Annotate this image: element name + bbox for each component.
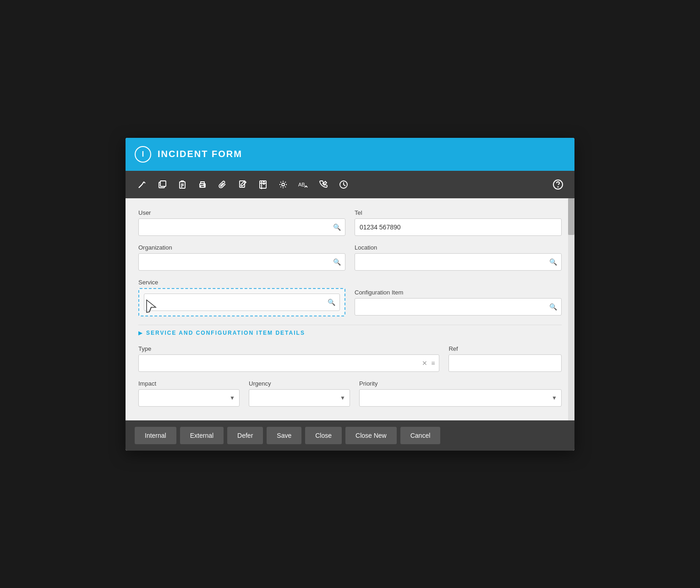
config-item-group: Configuration Item 🔍	[355, 289, 562, 316]
header-icon: I	[135, 146, 151, 163]
svg-text:AB: AB	[298, 182, 305, 187]
internal-button[interactable]: Internal	[135, 427, 176, 444]
service-config-section[interactable]: ▶ SERVICE AND CONFIGURATION ITEM DETAILS	[138, 325, 562, 341]
pin-icon[interactable]	[133, 175, 151, 194]
svg-line-5	[142, 182, 144, 185]
service-input[interactable]	[144, 294, 340, 311]
scrollbar-thumb[interactable]	[568, 198, 574, 235]
priority-group: Priority ▼	[359, 380, 562, 407]
tel-input[interactable]	[355, 218, 562, 236]
phone-edit-icon[interactable]	[314, 175, 333, 194]
external-button[interactable]: External	[180, 427, 224, 444]
tel-group: Tel	[355, 209, 562, 236]
section-arrow-icon: ▶	[138, 330, 142, 336]
service-label: Service	[138, 279, 345, 286]
priority-select[interactable]	[359, 389, 562, 407]
tel-input-wrap	[355, 218, 562, 236]
ref-input[interactable]	[448, 354, 562, 372]
impact-select[interactable]	[138, 389, 240, 407]
document-edit-icon[interactable]	[234, 175, 252, 194]
modal-header: I INCIDENT FORM	[126, 138, 574, 171]
impact-group: Impact ▼	[138, 380, 240, 407]
type-group: Type ✕ ≡	[138, 345, 439, 372]
svg-rect-13	[201, 185, 204, 187]
type-clear-icon[interactable]: ✕	[422, 359, 427, 367]
urgency-select-wrap: ▼	[249, 389, 350, 407]
scrollbar-track[interactable]	[568, 198, 574, 420]
form-body: User 🔍 Tel Organization 🔍	[126, 198, 574, 420]
service-dashed-area: 🔍	[138, 288, 345, 316]
ref-label: Ref	[448, 345, 562, 352]
urgency-label: Urgency	[249, 380, 350, 387]
close-new-button[interactable]: Close New	[345, 427, 397, 444]
user-group: User 🔍	[138, 209, 345, 236]
config-item-input-wrap: 🔍	[355, 298, 562, 316]
user-input-wrap: 🔍	[138, 218, 345, 236]
copy-windows-icon[interactable]	[153, 175, 171, 194]
toolbar: AB	[126, 171, 574, 198]
incident-form-modal: I INCIDENT FORM	[126, 138, 574, 451]
user-tel-row: User 🔍 Tel	[138, 209, 562, 236]
ref-group: Ref	[448, 345, 562, 372]
modal-title: INCIDENT FORM	[158, 149, 242, 159]
clock-icon[interactable]	[334, 175, 353, 194]
org-input-wrap: 🔍	[138, 253, 345, 271]
svg-point-19	[282, 183, 284, 186]
urgency-select[interactable]	[249, 389, 350, 407]
svg-line-3	[141, 185, 142, 186]
type-icons: ✕ ≡	[422, 359, 435, 367]
service-group: Service 🔍	[138, 279, 345, 316]
bookmark-icon[interactable]	[254, 175, 272, 194]
location-label: Location	[355, 244, 562, 251]
impact-label: Impact	[138, 380, 240, 387]
location-input-wrap: 🔍	[355, 253, 562, 271]
clipboard-icon[interactable]	[173, 175, 191, 194]
priority-select-wrap: ▼	[359, 389, 562, 407]
org-label: Organization	[138, 244, 345, 251]
location-input[interactable]	[355, 253, 562, 271]
user-input[interactable]	[138, 218, 345, 236]
spell-check-icon[interactable]: AB	[294, 175, 312, 194]
help-button[interactable]	[549, 175, 567, 194]
modal-footer: Internal External Defer Save Close Close…	[126, 420, 574, 451]
ref-input-wrap	[448, 354, 562, 372]
attachment-icon[interactable]	[213, 175, 232, 194]
settings-icon[interactable]	[274, 175, 292, 194]
config-item-input[interactable]	[355, 298, 562, 316]
priority-label: Priority	[359, 380, 562, 387]
impact-urgency-priority-row: Impact ▼ Urgency ▼ Priority	[138, 380, 562, 407]
impact-select-wrap: ▼	[138, 389, 240, 407]
type-label: Type	[138, 345, 439, 352]
close-button[interactable]: Close	[305, 427, 342, 444]
save-button[interactable]: Save	[267, 427, 301, 444]
tel-label: Tel	[355, 209, 562, 216]
service-config-row: Service 🔍 Configuration Item	[138, 279, 562, 316]
type-ref-row: Type ✕ ≡ Ref	[138, 345, 562, 372]
svg-line-4	[139, 186, 141, 188]
type-input-wrap: ✕ ≡	[138, 354, 439, 372]
cancel-button[interactable]: Cancel	[400, 427, 441, 444]
location-group: Location 🔍	[355, 244, 562, 271]
service-inner-wrap: 🔍	[144, 294, 340, 311]
print-icon[interactable]	[193, 175, 212, 194]
type-input[interactable]	[138, 354, 439, 372]
svg-rect-7	[160, 181, 166, 186]
user-label: User	[138, 209, 345, 216]
type-menu-icon[interactable]: ≡	[431, 359, 435, 367]
config-item-label: Configuration Item	[355, 289, 562, 296]
org-input[interactable]	[138, 253, 345, 271]
org-group: Organization 🔍	[138, 244, 345, 271]
section-title: SERVICE AND CONFIGURATION ITEM DETAILS	[146, 330, 305, 336]
org-location-row: Organization 🔍 Location 🔍	[138, 244, 562, 271]
svg-point-23	[558, 186, 558, 187]
svg-point-14	[204, 184, 205, 185]
defer-button[interactable]: Defer	[227, 427, 263, 444]
urgency-group: Urgency ▼	[249, 380, 350, 407]
